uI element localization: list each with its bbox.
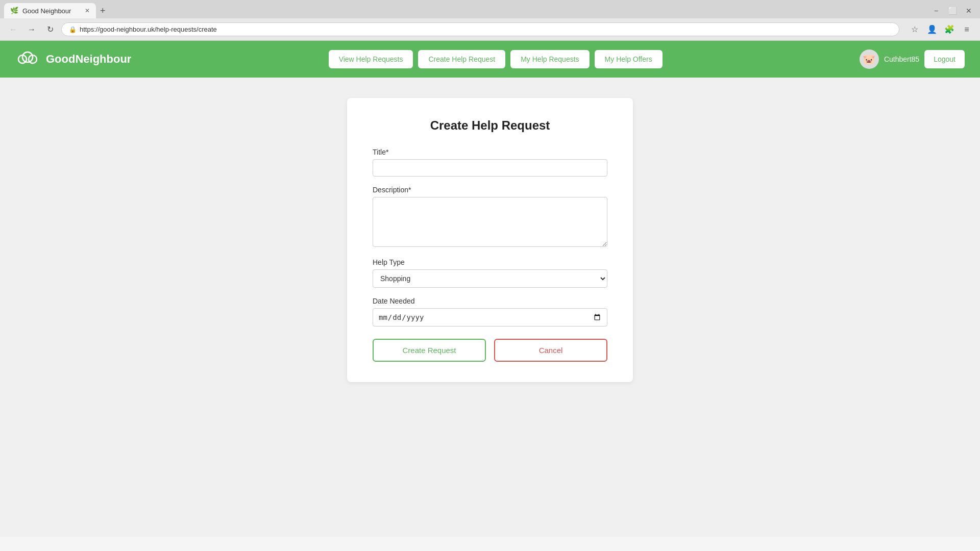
help-type-label: Help Type <box>373 258 607 266</box>
tab-title: Good Neighbour <box>22 7 81 15</box>
username: Cuthbert85 <box>884 55 919 63</box>
new-tab-button[interactable]: + <box>96 4 110 18</box>
toolbar-icons: ☆ 👤 🧩 ≡ <box>908 22 974 37</box>
window-controls: − ⬜ ✕ <box>929 4 976 18</box>
user-section: 🐷 Cuthbert85 Logout <box>860 49 965 69</box>
app-name: GoodNeighbour <box>46 53 131 66</box>
help-type-select[interactable]: Shopping Transport Gardening Other <box>373 269 607 288</box>
help-type-group: Help Type Shopping Transport Gardening O… <box>373 258 607 288</box>
menu-icon[interactable]: ≡ <box>960 22 974 37</box>
refresh-button[interactable]: ↻ <box>43 22 57 37</box>
svg-point-0 <box>22 52 33 62</box>
window-maximize-button[interactable]: ⬜ <box>945 4 960 18</box>
nav-buttons: View Help Requests Create Help Request M… <box>329 50 663 68</box>
tab-favicon: 🌿 <box>10 7 18 15</box>
extensions-icon[interactable]: 🧩 <box>942 22 957 37</box>
avatar-emoji: 🐷 <box>863 53 875 65</box>
browser-tab[interactable]: 🌿 Good Neighbour ✕ <box>4 3 96 18</box>
user-avatar: 🐷 <box>860 49 879 69</box>
title-group: Title* <box>373 148 607 177</box>
form-title: Create Help Request <box>373 118 607 133</box>
create-request-button[interactable]: Create Request <box>373 339 486 362</box>
description-label: Description* <box>373 186 607 194</box>
address-bar-row: ← → ↻ 🔒 https://good-neighbour.uk/help-r… <box>0 18 980 41</box>
forward-button[interactable]: → <box>24 22 39 37</box>
date-needed-label: Date Needed <box>373 297 607 305</box>
address-text: https://good-neighbour.uk/help-requests/… <box>80 26 217 33</box>
my-help-requests-button[interactable]: My Help Requests <box>510 50 589 68</box>
date-needed-group: Date Needed <box>373 297 607 327</box>
title-label: Title* <box>373 148 607 156</box>
date-needed-input[interactable] <box>373 308 607 327</box>
lock-icon: 🔒 <box>69 26 77 33</box>
main-content: Create Help Request Title* Description* … <box>0 78 980 537</box>
star-icon[interactable]: ☆ <box>908 22 922 37</box>
account-icon[interactable]: 👤 <box>925 22 939 37</box>
my-help-offers-button[interactable]: My Help Offers <box>595 50 663 68</box>
cancel-button[interactable]: Cancel <box>494 339 607 362</box>
view-help-requests-button[interactable]: View Help Requests <box>329 50 413 68</box>
logout-button[interactable]: Logout <box>924 50 965 68</box>
description-textarea[interactable] <box>373 197 607 247</box>
app-header: GoodNeighbour View Help Requests Create … <box>0 41 980 78</box>
description-group: Description* <box>373 186 607 249</box>
form-card: Create Help Request Title* Description* … <box>347 98 633 382</box>
tab-close-icon[interactable]: ✕ <box>85 7 90 14</box>
address-bar[interactable]: 🔒 https://good-neighbour.uk/help-request… <box>61 22 899 36</box>
window-close-button[interactable]: ✕ <box>962 4 976 18</box>
back-button[interactable]: ← <box>6 22 20 37</box>
title-input[interactable] <box>373 159 607 177</box>
window-minimize-button[interactable]: − <box>929 4 943 18</box>
form-buttons: Create Request Cancel <box>373 339 607 362</box>
app-logo: GoodNeighbour <box>15 47 131 71</box>
create-help-request-button[interactable]: Create Help Request <box>418 50 505 68</box>
logo-icon <box>15 47 40 71</box>
browser-chrome: 🌿 Good Neighbour ✕ + − ⬜ ✕ ← → ↻ 🔒 https… <box>0 0 980 41</box>
tab-bar: 🌿 Good Neighbour ✕ + − ⬜ ✕ <box>0 0 980 18</box>
